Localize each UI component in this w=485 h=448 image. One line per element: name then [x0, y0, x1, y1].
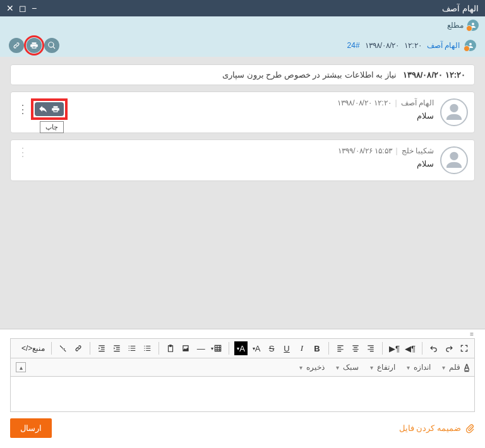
- editor: ≡ ¶◀ ¶▶ B I U S A▾ A▾ ▾ — </>منبع A̲: [0, 329, 485, 412]
- avatar-icon: [440, 146, 468, 174]
- tb-save[interactable]: ذخیره▾: [299, 363, 325, 372]
- print-button[interactable]: [27, 38, 42, 53]
- header-time: ۱۲:۲۰: [404, 41, 421, 50]
- tb-italic[interactable]: I: [296, 341, 308, 355]
- message-time: ۱۵:۵۳: [374, 146, 392, 155]
- tb-bold[interactable]: B: [311, 341, 323, 355]
- tb-link[interactable]: [72, 341, 85, 355]
- message-author: الهام آصف: [401, 98, 434, 107]
- attach-button[interactable]: ضمیمه کردن فایل: [399, 423, 475, 433]
- message-print-reply-group[interactable]: چاپ: [35, 102, 64, 116]
- link-button[interactable]: [9, 38, 24, 53]
- tb-font-size[interactable]: اندازه▾: [407, 363, 431, 372]
- message-more-button[interactable]: ⋮: [17, 103, 28, 115]
- title-bar: الهام آصف ✕ ◻ −: [0, 0, 485, 16]
- message-author: شکیبا خلج: [402, 146, 434, 155]
- tb-align-center[interactable]: [349, 341, 362, 355]
- message-more-button[interactable]: ⋮: [17, 146, 28, 158]
- editor-expand-icon[interactable]: ≡: [470, 331, 474, 338]
- tb-line-height[interactable]: ارتفاع▾: [370, 363, 395, 372]
- message-row: شکیبا خلج|۱۵:۵۳ ۱۳۹۹/۰۸/۲۶ سلام ⋮: [10, 139, 475, 181]
- close-icon[interactable]: ✕: [6, 3, 14, 13]
- editor-textarea[interactable]: [10, 377, 475, 412]
- message-date: ۱۳۹۹/۰۸/۲۶: [338, 146, 373, 155]
- print-icon: [51, 105, 60, 114]
- attach-label: ضمیمه کردن فایل: [399, 423, 461, 433]
- subject-bar: ۱۲:۲۰ ۱۳۹۸/۰۸/۲۰ نیاز به اطلاعات بیشتر د…: [10, 64, 475, 85]
- message-date: ۱۳۹۸/۰۸/۲۰: [337, 98, 372, 107]
- tb-table[interactable]: ▾: [210, 341, 224, 355]
- tb-indent[interactable]: [95, 341, 108, 355]
- message-text: سلام: [68, 111, 434, 121]
- message-row: الهام آصف|۱۲:۲۰ ۱۳۹۸/۰۸/۲۰ سلام ⋮ چاپ: [10, 91, 475, 133]
- send-button[interactable]: ارسال: [10, 418, 52, 438]
- header-date: ۱۳۹۸/۰۸/۲۰: [365, 41, 400, 50]
- tb-align-right[interactable]: [364, 341, 377, 355]
- role-label: مطلع: [447, 21, 464, 30]
- tb-outdent[interactable]: [111, 341, 123, 355]
- tb-align-left[interactable]: [334, 341, 347, 355]
- tb-image[interactable]: [179, 341, 192, 355]
- tb-collapse[interactable]: ▴: [16, 362, 26, 372]
- tb-font-family[interactable]: A̲قلم▾: [442, 363, 469, 372]
- tb-style[interactable]: سبک▾: [336, 363, 359, 372]
- tb-hr[interactable]: —: [195, 341, 207, 355]
- tb-bg-color[interactable]: A▾: [234, 341, 248, 355]
- author-link[interactable]: الهام آصف: [427, 41, 460, 50]
- avatar-icon: [440, 98, 468, 126]
- role-user-icon: [467, 20, 479, 31]
- tb-strike[interactable]: S: [265, 341, 278, 355]
- ticket-id[interactable]: 24#: [347, 41, 360, 50]
- tb-redo[interactable]: [443, 341, 455, 355]
- role-bar: مطلع: [0, 16, 485, 34]
- editor-toolbar-2: A̲قلم▾ اندازه▾ ارتفاع▾ سبک▾ ذخیره▾ ▴: [10, 358, 475, 377]
- maximize-icon[interactable]: ◻: [19, 3, 27, 13]
- tb-font-color[interactable]: A▾: [250, 341, 263, 355]
- window-title: الهام آصف: [442, 4, 479, 13]
- message-meta: الهام آصف|۱۲:۲۰ ۱۳۹۸/۰۸/۲۰: [68, 98, 434, 107]
- search-button[interactable]: [44, 38, 59, 53]
- subject-text: نیاز به اطلاعات بیشتر در خصوص طرح برون س…: [222, 70, 397, 80]
- editor-toolbar-1: ¶◀ ¶▶ B I U S A▾ A▾ ▾ — </>منبع: [10, 338, 475, 358]
- tb-paste[interactable]: [164, 341, 177, 355]
- message-time: ۱۲:۲۰: [374, 98, 391, 107]
- subject-time: ۱۲:۲۰: [445, 70, 465, 80]
- workspace: ۱۲:۲۰ ۱۳۹۸/۰۸/۲۰ نیاز به اطلاعات بیشتر د…: [0, 57, 485, 329]
- message-meta: شکیبا خلج|۱۵:۵۳ ۱۳۹۹/۰۸/۲۶: [28, 146, 434, 155]
- tb-undo[interactable]: [428, 341, 440, 355]
- print-tooltip: چاپ: [40, 121, 64, 133]
- tb-unlink[interactable]: [57, 341, 69, 355]
- minimize-icon[interactable]: −: [32, 3, 37, 13]
- footer: ضمیمه کردن فایل ارسال: [0, 412, 485, 448]
- tb-rtl[interactable]: ¶◀: [404, 341, 417, 355]
- tb-source[interactable]: </>منبع: [20, 341, 46, 355]
- reply-icon: [39, 105, 47, 114]
- subject-date: ۱۳۹۸/۰۸/۲۰: [403, 70, 443, 80]
- tb-fullscreen[interactable]: [458, 341, 470, 355]
- message-text: سلام: [28, 159, 434, 168]
- tb-underline[interactable]: U: [280, 341, 293, 355]
- tb-list-bullet[interactable]: [141, 341, 153, 355]
- author-avatar-icon: [465, 40, 476, 51]
- tb-list-num[interactable]: [126, 341, 138, 355]
- action-bar: الهام آصف ۱۲:۲۰ ۱۳۹۸/۰۸/۲۰ 24#: [0, 34, 485, 57]
- tb-ltr[interactable]: ¶▶: [388, 341, 401, 355]
